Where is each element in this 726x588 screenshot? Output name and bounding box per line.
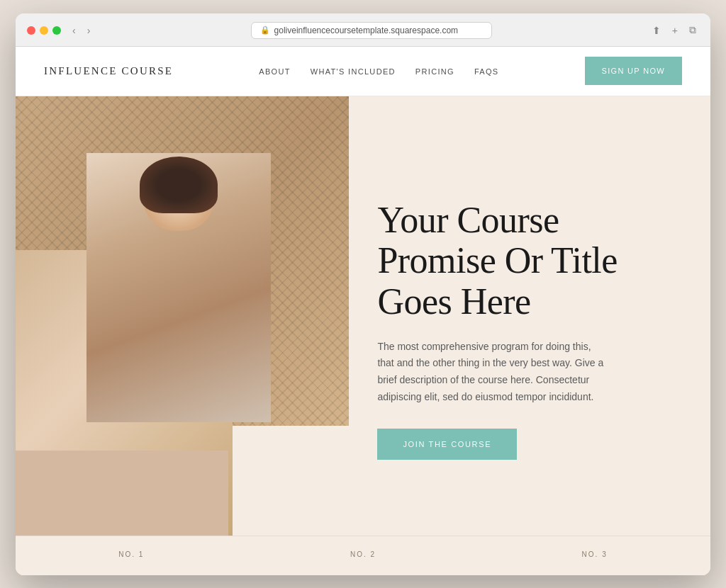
browser-controls: ‹ ›: [69, 23, 93, 38]
hero-title: Your Course Promise Or Title Goes Here: [377, 200, 675, 322]
number-2: NO. 2: [350, 550, 376, 558]
share-button[interactable]: ⬆: [649, 23, 664, 38]
browser-window: ‹ › 🔒 goliveinfluencecoursetemplate.squa…: [16, 13, 710, 575]
nav-pricing[interactable]: PRICING: [415, 67, 454, 76]
hero-section: Your Course Promise Or Title Goes Here T…: [16, 96, 710, 536]
join-course-button[interactable]: JOIN THE COURSE: [377, 429, 517, 460]
nav-links: ABOUT WHAT'S INCLUDED PRICING FAQS: [259, 64, 498, 77]
browser-chrome: ‹ › 🔒 goliveinfluencecoursetemplate.squa…: [16, 13, 710, 47]
address-bar[interactable]: 🔒 goliveinfluencecoursetemplate.squaresp…: [251, 22, 492, 39]
nav-about[interactable]: ABOUT: [259, 67, 291, 76]
browser-actions: ⬆ + ⧉: [649, 23, 699, 38]
nav-whats-included[interactable]: WHAT'S INCLUDED: [311, 67, 396, 76]
minimize-button[interactable]: [40, 26, 48, 35]
traffic-lights: [27, 26, 61, 35]
fullscreen-button[interactable]: [52, 26, 61, 35]
website: INFLUENCE COURSE ABOUT WHAT'S INCLUDED P…: [16, 47, 710, 575]
navbar: INFLUENCE COURSE ABOUT WHAT'S INCLUDED P…: [16, 47, 710, 96]
tan-block: [16, 451, 228, 536]
hero-images: [16, 96, 349, 536]
hero-text: Your Course Promise Or Title Goes Here T…: [349, 96, 710, 536]
lock-icon: 🔒: [260, 26, 270, 35]
person-photo: [86, 153, 271, 422]
new-tab-button[interactable]: +: [669, 23, 681, 38]
back-button[interactable]: ‹: [69, 23, 79, 38]
bottom-numbers: NO. 1 NO. 2 NO. 3: [16, 536, 710, 575]
nav-faqs[interactable]: FAQS: [474, 67, 499, 76]
nav-logo[interactable]: INFLUENCE COURSE: [44, 65, 173, 77]
signup-button[interactable]: SIGN UP NOW: [585, 57, 683, 85]
number-1: NO. 1: [118, 550, 144, 558]
url-text: goliveinfluencecoursetemplate.squarespac…: [274, 26, 458, 35]
hero-description: The most comprehensive program for doing…: [377, 339, 604, 406]
address-bar-container: 🔒 goliveinfluencecoursetemplate.squaresp…: [101, 22, 640, 39]
forward-button[interactable]: ›: [84, 23, 94, 38]
number-3: NO. 3: [582, 550, 608, 558]
tabs-button[interactable]: ⧉: [686, 23, 699, 38]
close-button[interactable]: [27, 26, 35, 35]
